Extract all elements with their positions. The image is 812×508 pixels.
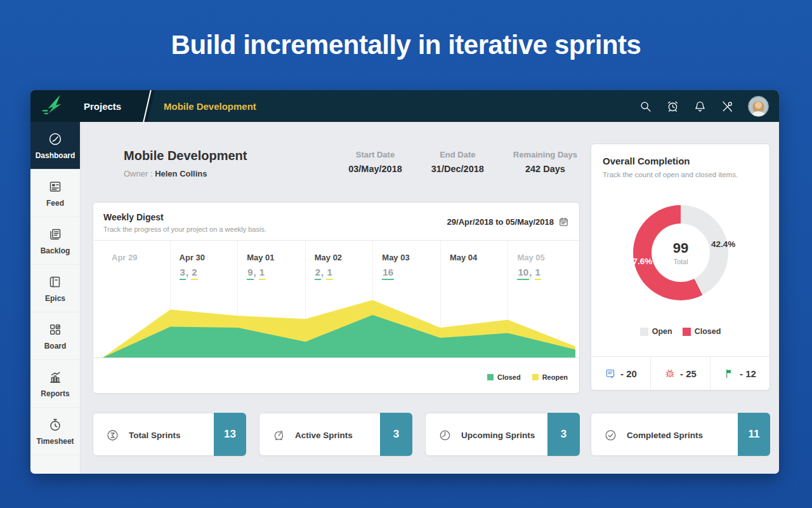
sigma-total-icon [106, 429, 119, 442]
sidebar-item-label: Epics [45, 294, 65, 303]
date-range-label: 29/Apr/2018 to 05/May/2018 [447, 217, 554, 227]
day-label: May 02 [315, 253, 373, 262]
app-logo-icon [41, 93, 67, 119]
owner-name: Helen Collins [155, 169, 207, 178]
donut-total-value: 99 [673, 240, 688, 257]
weekly-digest-area-chart [103, 279, 575, 358]
day-value-reopen: 1 [326, 267, 332, 280]
weekly-digest-title: Weekly Digest [103, 212, 164, 222]
item-type-counts: - 20- 25- 12 [591, 356, 769, 390]
sidebar-item-backlog[interactable]: Backlog [30, 217, 80, 265]
weekly-digest-card: Weekly Digest Track the progress of your… [93, 202, 580, 394]
alarm-icon[interactable] [666, 100, 679, 113]
sidebar-item-feed[interactable]: Feed [30, 170, 80, 217]
dashboard-gauge-icon [48, 131, 63, 147]
weekly-digest-subtitle: Track the progress of your project on a … [103, 225, 266, 233]
sprint-card-label: Completed Sprints [627, 431, 703, 440]
sidebar-item-dashboard[interactable]: Dashboard [30, 122, 80, 170]
day-label: Apr 30 [180, 253, 238, 262]
closed-percent-label: 57.6% [628, 257, 652, 266]
sidebar-item-timesheet[interactable]: Timesheet [30, 408, 80, 455]
day-value-closed: 3 [180, 267, 186, 280]
completion-legend: Open Closed [591, 327, 769, 336]
date-range-picker[interactable]: 29/Apr/2018 to 05/May/2018 [447, 217, 569, 227]
tools-icon[interactable] [721, 100, 734, 113]
count-flag-task[interactable]: - 12 [710, 357, 769, 390]
sidebar-item-label: Board [44, 342, 67, 351]
card-completed-sprints[interactable]: Completed Sprints11 [591, 413, 770, 456]
feed-news-icon [48, 179, 63, 194]
meta-value: 31/Dec/2018 [431, 164, 484, 174]
legend-label: Reopen [542, 373, 568, 381]
legend-item-closed: Closed [487, 373, 521, 381]
count-bug[interactable]: - 25 [650, 357, 710, 390]
card-upcoming-sprints[interactable]: Upcoming Sprints3 [425, 413, 580, 456]
project-meta-item: End Date 31/Dec/2018 [431, 150, 484, 174]
count-value: - 20 [620, 368, 637, 379]
chart-baseline [93, 358, 579, 358]
day-value-reopen: 1 [535, 267, 541, 280]
sprint-card-value: 3 [547, 413, 580, 456]
day-value-reopen: 2 [191, 267, 197, 280]
sprint-card-label: Upcoming Sprints [461, 431, 535, 440]
meta-label: Start Date [348, 150, 402, 159]
legend-label: Closed [695, 327, 721, 336]
day-value-reopen: 1 [259, 267, 265, 280]
sidebar-item-board[interactable]: Board [30, 312, 80, 360]
product-label[interactable]: Projects [84, 101, 121, 112]
story-item-icon [605, 368, 616, 379]
flag-task-icon [724, 368, 735, 379]
completion-donut-chart: 99 Total [633, 205, 728, 300]
sprint-card-value: 11 [738, 413, 770, 456]
legend-swatch [532, 374, 539, 380]
completion-legend-closed: Closed [683, 327, 721, 336]
meta-label: Remaining Days [513, 150, 577, 159]
project-title: Mobile Development [124, 149, 247, 163]
card-total-sprints[interactable]: Total Sprints13 [93, 413, 246, 456]
card-active-sprints[interactable]: Active Sprints3 [259, 413, 412, 456]
sidebar-item-label: Dashboard [36, 151, 75, 160]
day-value-closed: 16 [382, 267, 394, 280]
day-value-closed: 10 [517, 267, 529, 280]
sidebar-item-epics[interactable]: Epics [30, 265, 80, 312]
day-label: May 04 [450, 253, 508, 262]
day-values: 16 [382, 267, 440, 277]
overall-completion-title: Overall Completion [603, 156, 690, 166]
project-meta-item: Start Date 03/May/2018 [348, 150, 402, 174]
sidebar: DashboardFeedBacklogEpicsBoardReportsTim… [30, 122, 81, 474]
sprint-card-label: Active Sprints [295, 431, 353, 440]
open-percent-label: 42.4% [711, 239, 735, 249]
value-separator: , [254, 267, 259, 277]
topbar: Projects Mobile Development [30, 90, 779, 122]
breadcrumb[interactable]: Mobile Development [164, 90, 256, 122]
day-value-closed: 2 [315, 267, 321, 280]
banner: Build incrementally in iterative sprints [0, 0, 812, 90]
day-label: Apr 29 [112, 253, 170, 262]
legend-swatch [683, 328, 691, 336]
owner-label: Owner : [124, 169, 153, 178]
count-story-item[interactable]: - 20 [591, 357, 650, 390]
sidebar-item-reports[interactable]: Reports [30, 360, 80, 408]
sidebar-item-label: Feed [46, 199, 64, 208]
banner-title: Build incrementally in iterative sprints [171, 30, 641, 60]
legend-label: Closed [497, 373, 521, 381]
legend-swatch [640, 328, 648, 336]
sprint-card-value: 3 [380, 413, 412, 456]
legend-item-reopen: Reopen [532, 373, 568, 381]
overall-completion-subtitle: Track the count of open and closed items… [603, 171, 738, 178]
search-icon[interactable] [639, 100, 652, 113]
epics-book-icon [48, 274, 63, 290]
day-values: 10, 1 [517, 267, 575, 277]
user-avatar[interactable] [748, 96, 769, 117]
app-window: Projects Mobile Development DashboardFee… [30, 90, 779, 474]
overall-completion-card: Overall Completion Track the count of op… [591, 144, 770, 391]
notifications-bell-icon[interactable] [693, 100, 707, 113]
day-values: 9, 1 [247, 267, 305, 277]
board-kanban-icon [48, 322, 63, 337]
calendar-icon[interactable] [558, 217, 569, 227]
donut-total-label: Total [673, 258, 688, 265]
digest-legend: Closed Reopen [487, 373, 568, 381]
project-meta-item: Remaining Days 242 Days [513, 150, 577, 174]
main-content: Mobile Development Owner : Helen Collins… [81, 122, 779, 474]
completed-check-icon [604, 429, 617, 442]
